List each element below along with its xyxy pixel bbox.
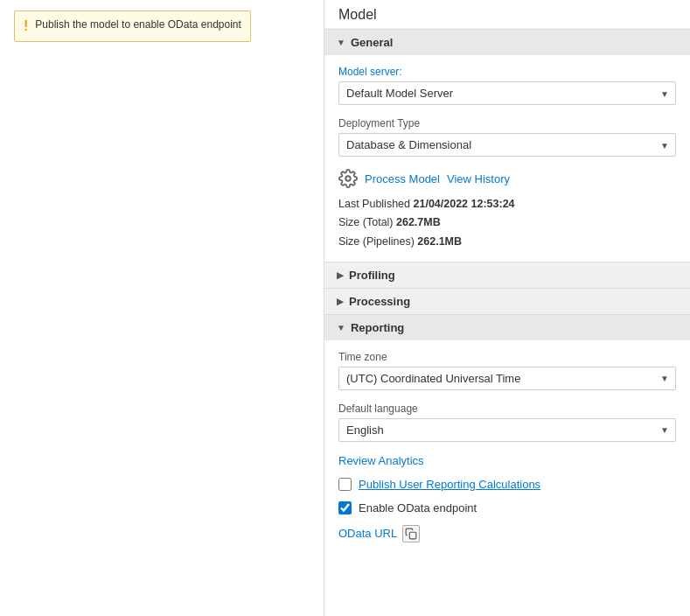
warning-box: ! Publish the model to enable OData endp…: [14, 10, 251, 42]
svg-rect-1: [409, 532, 416, 539]
last-published-value: 21/04/2022 12:53:24: [414, 198, 515, 210]
copy-icon[interactable]: [402, 525, 420, 542]
reporting-section-label: Reporting: [351, 321, 404, 334]
odata-url-row: OData URL: [338, 525, 676, 542]
language-label: Default language: [338, 402, 676, 415]
process-model-link[interactable]: Process Model: [365, 172, 440, 186]
view-history-link[interactable]: View History: [447, 172, 510, 186]
general-section-content: Model server: Default Model Server ▼ Dep…: [324, 55, 690, 262]
warning-text: Publish the model to enable OData endpoi…: [35, 17, 241, 32]
publish-reporting-checkbox[interactable]: [338, 478, 352, 491]
size-total-row: Size (Total) 262.7MB: [338, 214, 676, 232]
timezone-select[interactable]: (UTC) Coordinated Universal Time: [338, 367, 676, 390]
size-pipelines-value: 262.1MB: [417, 235, 462, 248]
timezone-group: Time zone (UTC) Coordinated Universal Ti…: [338, 351, 676, 390]
left-panel: ! Publish the model to enable OData endp…: [0, 0, 324, 616]
timezone-select-wrapper: (UTC) Coordinated Universal Time ▼: [338, 367, 676, 390]
profiling-expand-arrow: ▶: [337, 270, 344, 280]
deployment-type-group: Deployment Type Database & Dimensional ▼: [338, 117, 676, 157]
warning-icon: !: [24, 17, 28, 36]
language-select-wrapper: English ▼: [338, 418, 676, 442]
size-total-label: Size (Total): [338, 216, 394, 228]
language-group: Default language English ▼: [338, 402, 676, 442]
profiling-section-label: Profiling: [349, 269, 395, 282]
review-analytics-link[interactable]: Review Analytics: [338, 454, 676, 467]
gear-icon: [338, 169, 358, 188]
enable-odata-label: Enable OData endpoint: [359, 501, 477, 514]
model-server-select-wrapper: Default Model Server ▼: [338, 81, 676, 105]
enable-odata-checkbox[interactable]: [338, 501, 352, 514]
published-info: Last Published 21/04/2022 12:53:24 Size …: [338, 195, 676, 251]
size-total-value: 262.7MB: [396, 216, 441, 228]
model-server-group: Model server: Default Model Server ▼: [338, 66, 676, 105]
processing-section-label: Processing: [349, 295, 410, 308]
model-server-label: Model server:: [338, 66, 676, 78]
language-select[interactable]: English: [338, 418, 676, 442]
right-panel: Model ▼ General Model server: Default Mo…: [324, 0, 690, 616]
odata-url-label: OData URL: [338, 527, 397, 540]
size-pipelines-label: Size (Pipelines): [338, 235, 415, 248]
deployment-type-select-wrapper: Database & Dimensional ▼: [338, 133, 676, 157]
processing-expand-arrow: ▶: [337, 297, 344, 306]
last-published-row: Last Published 21/04/2022 12:53:24: [338, 195, 676, 214]
deployment-type-label: Deployment Type: [338, 117, 676, 130]
reporting-highlight: Reporting: [426, 478, 475, 491]
timezone-label: Time zone: [338, 351, 676, 363]
model-server-select[interactable]: Default Model Server: [338, 81, 676, 105]
svg-point-0: [345, 176, 351, 181]
publish-reporting-label: Publish User Reporting Calculations: [359, 478, 540, 491]
reporting-section-header[interactable]: ▼ Reporting: [324, 314, 690, 340]
enable-odata-row: Enable OData endpoint: [338, 501, 676, 514]
publish-reporting-row: Publish User Reporting Calculations: [338, 478, 676, 491]
reporting-section-content: Time zone (UTC) Coordinated Universal Ti…: [324, 340, 690, 553]
process-model-row: Process Model View History: [338, 169, 676, 188]
general-collapse-arrow: ▼: [337, 38, 345, 47]
last-published-label: Last Published: [338, 198, 410, 210]
general-section-header[interactable]: ▼ General: [324, 29, 690, 55]
general-section-label: General: [351, 36, 393, 49]
profiling-section-header[interactable]: ▶ Profiling: [324, 262, 690, 288]
publish-reporting-text: Publish User Reporting Calculations: [359, 478, 540, 491]
processing-section-header[interactable]: ▶ Processing: [324, 288, 690, 314]
deployment-type-select[interactable]: Database & Dimensional: [338, 133, 676, 157]
page-title: Model: [324, 0, 690, 29]
reporting-collapse-arrow: ▼: [337, 323, 345, 332]
size-pipelines-row: Size (Pipelines) 262.1MB: [338, 233, 676, 251]
